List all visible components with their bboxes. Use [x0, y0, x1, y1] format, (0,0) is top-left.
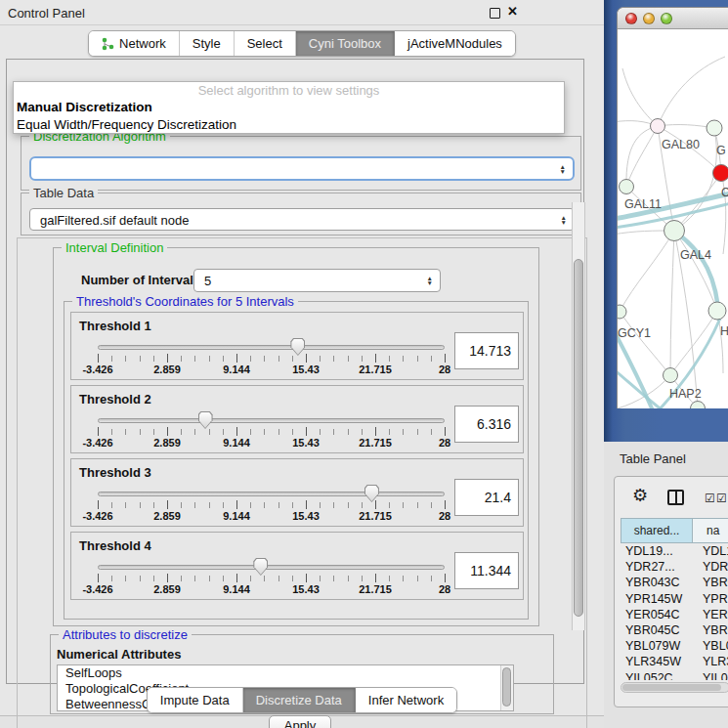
algorithm-option[interactable]: Equal Width/Frequency Discretization	[14, 116, 564, 134]
number-of-intervals-combobox[interactable]: 5 ▲▼	[193, 269, 441, 292]
screen: Control Panel ✕ NetworkStyleSelectCyni T…	[0, 0, 728, 728]
network-canvas[interactable]: GAL80GGAL11CGAL4GCY1HHAP2	[618, 29, 728, 408]
scrollbar-thumb[interactable]	[622, 684, 721, 691]
table-row[interactable]: YDR27...YDR2	[621, 559, 728, 575]
vertical-scrollbar[interactable]	[572, 202, 585, 630]
network-node[interactable]	[707, 120, 722, 136]
close-traffic-light[interactable]	[625, 13, 637, 24]
tab-jactivemnodules[interactable]: jActiveMNodules	[395, 31, 515, 56]
numerical-attributes-label: Numerical Attributes	[57, 647, 181, 662]
cell-shared-name: YIL052C	[621, 670, 693, 681]
table-row[interactable]: YLR345WYLR3	[621, 654, 728, 669]
tick-label: 9.144	[223, 364, 250, 375]
tab-network[interactable]: Network	[89, 31, 180, 56]
tick-label: 15.43	[292, 364, 320, 375]
float-window-icon[interactable]	[490, 8, 500, 19]
table-row[interactable]: YDL19...YDL1	[621, 543, 728, 559]
threshold-panel: Threshold 1-3.4262.8599.14415.4321.71528…	[70, 312, 524, 380]
threshold-value-field[interactable]: 6.316	[454, 406, 519, 443]
network-node[interactable]	[664, 368, 678, 383]
slider-thumb-face	[199, 412, 212, 428]
network-edge[interactable]	[670, 231, 674, 375]
tick-label: 21.715	[359, 510, 392, 522]
slider-thumb[interactable]	[290, 338, 305, 356]
slider-track[interactable]	[98, 492, 445, 496]
slider-track[interactable]	[98, 345, 445, 350]
column-header-name[interactable]: na	[693, 518, 728, 543]
table-data-group: Table Data galFiltered.sif default node …	[21, 193, 581, 236]
attribute-item[interactable]: SelfLoops	[58, 665, 513, 681]
column-header-shared[interactable]: shared...	[621, 518, 693, 543]
threshold-value-field[interactable]: 14.713	[454, 332, 519, 369]
network-node[interactable]	[664, 221, 685, 241]
slider-thumb[interactable]	[198, 411, 213, 429]
threshold-value-field[interactable]: 11.344	[454, 552, 519, 589]
network-edge[interactable]	[620, 231, 674, 312]
slider-track[interactable]	[98, 418, 445, 423]
major-tick	[236, 427, 237, 436]
slider-thumb[interactable]	[364, 485, 379, 502]
major-tick	[306, 427, 307, 436]
tab-label: jActiveMNodules	[407, 36, 502, 51]
cyni-toolbox-panel: Discretization Algorithm ▲▼ Table Data g…	[6, 59, 584, 684]
scrollbar-thumb[interactable]	[574, 259, 583, 617]
control-panel-window: Control Panel ✕ NetworkStyleSelectCyni T…	[0, 0, 604, 716]
apply-button[interactable]: Apply	[269, 715, 331, 728]
network-edge[interactable]	[658, 57, 725, 126]
tab-impute-data[interactable]: Impute Data	[148, 688, 243, 712]
slider-thumb[interactable]	[253, 558, 268, 576]
minimize-traffic-light[interactable]	[643, 13, 655, 24]
table-row[interactable]: YER054CYER0	[621, 607, 728, 622]
slider-track[interactable]	[98, 565, 445, 570]
table-row[interactable]: YPR145WYPR1	[621, 591, 728, 607]
threshold-value-field[interactable]: 21.4	[454, 479, 519, 516]
cell-shared-name: YBL079W	[621, 638, 693, 654]
table-row[interactable]: YBL079WYBL0	[621, 638, 728, 654]
table-row[interactable]: YIL052CYIL0	[621, 670, 728, 681]
table-row[interactable]: YBR045CYBR0	[621, 622, 728, 638]
threshold-label: Threshold 2	[79, 392, 151, 407]
network-edge[interactable]	[658, 125, 714, 128]
checkbox-icon[interactable]: ☑	[716, 492, 727, 505]
cell-name: YER0	[693, 607, 728, 622]
major-tick	[445, 427, 446, 436]
major-tick	[98, 427, 99, 436]
network-edge[interactable]	[626, 126, 658, 187]
tab-select[interactable]: Select	[235, 31, 296, 56]
algorithm-option[interactable]: Manual Discretization	[14, 99, 564, 116]
network-edge[interactable]	[622, 68, 658, 126]
network-node[interactable]	[651, 119, 665, 134]
column-layout-icon[interactable]	[667, 490, 684, 505]
tab-style[interactable]: Style	[180, 31, 235, 56]
network-edge-thick[interactable]	[618, 330, 664, 408]
gear-icon[interactable]: ⚙	[632, 485, 648, 506]
zoom-traffic-light[interactable]	[661, 13, 672, 24]
table-row[interactable]: YBR043CYBR0	[621, 575, 728, 590]
tab-label: Select	[247, 36, 282, 51]
threshold-label: Threshold 4	[79, 538, 151, 553]
major-tick	[236, 354, 237, 363]
tick-label: -3.426	[82, 364, 112, 375]
tick-label: -3.426	[82, 437, 112, 449]
tab-infer-network[interactable]: Infer Network	[356, 688, 456, 712]
tab-discretize-data[interactable]: Discretize Data	[243, 688, 356, 712]
network-node[interactable]	[620, 180, 634, 194]
tab-cyni-toolbox[interactable]: Cyni Toolbox	[296, 31, 395, 56]
slider-minor-ticks	[98, 429, 445, 435]
horizontal-scrollbar[interactable]	[621, 682, 728, 693]
network-node[interactable]	[618, 305, 626, 319]
major-tick	[375, 500, 376, 509]
table-data-combobox[interactable]: galFiltered.sif default node ▲▼	[29, 208, 575, 231]
tick-label: 28	[439, 510, 450, 522]
checkbox-icon[interactable]: ☑	[705, 492, 715, 505]
combo-spinner-icon: ▲▼	[560, 164, 566, 174]
network-node[interactable]	[713, 165, 728, 182]
network-node[interactable]	[708, 302, 726, 320]
algorithm-combobox[interactable]: ▲▼	[29, 156, 575, 181]
tick-label: 28	[439, 364, 450, 375]
thresholds-group-title: Threshold's Coordinates for 5 Intervals	[72, 294, 298, 309]
close-icon[interactable]: ✕	[507, 4, 518, 19]
network-edge[interactable]	[620, 312, 670, 375]
algorithm-hint-option[interactable]: Select algorithm to view settings	[14, 82, 564, 99]
tab-label: Cyni Toolbox	[309, 36, 381, 51]
